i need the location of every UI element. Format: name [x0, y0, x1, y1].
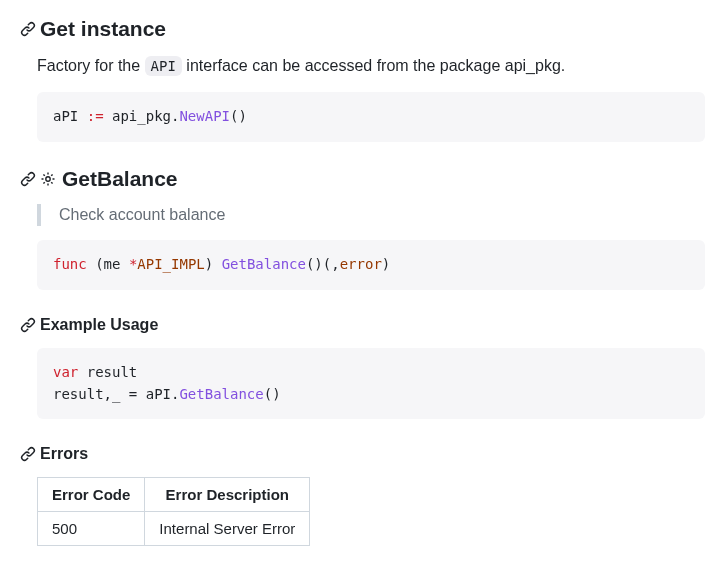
code-get-instance: aPI := api_pkg.NewAPI() [37, 92, 705, 142]
code-token-op: := [87, 108, 104, 124]
code-token-call: GetBalance [179, 386, 263, 402]
heading-text: Errors [40, 445, 88, 463]
code-token: ( [95, 256, 103, 272]
td-error-desc: Internal Server Error [145, 512, 310, 546]
code-token: ) [205, 256, 213, 272]
table-header-row: Error Code Error Description [38, 478, 310, 512]
code-token: () [230, 108, 247, 124]
section-example-heading: Example Usage [20, 316, 705, 334]
code-token: aPI [53, 108, 87, 124]
inline-code-api: API [145, 56, 182, 76]
code-token: () [264, 386, 281, 402]
link-icon [20, 21, 36, 37]
gear-icon [40, 171, 56, 187]
getbalance-quote: Check account balance [37, 204, 705, 226]
code-token: me [104, 256, 129, 272]
code-token-kw: func [53, 256, 87, 272]
code-example: var result result,_ = aPI.GetBalance() [37, 348, 705, 419]
th-error-code: Error Code [38, 478, 145, 512]
section-get-instance-heading: Get instance [20, 16, 705, 42]
link-icon [20, 171, 36, 187]
desc-post: interface can be accessed from the packa… [182, 57, 565, 74]
section-getbalance-heading: GetBalance [20, 166, 705, 192]
errors-table: Error Code Error Description 500 Interna… [37, 477, 310, 546]
code-token-call: GetBalance [222, 256, 306, 272]
heading-text: Get instance [40, 16, 166, 42]
get-instance-desc: Factory for the API interface can be acc… [37, 54, 705, 78]
heading-text: Example Usage [40, 316, 158, 334]
svg-point-0 [46, 177, 50, 181]
code-token [87, 256, 95, 272]
code-token: ) [382, 256, 390, 272]
td-error-code: 500 [38, 512, 145, 546]
link-icon [20, 446, 36, 462]
code-token: , [331, 256, 339, 272]
code-token-type: error [340, 256, 382, 272]
link-icon [20, 317, 36, 333]
quote-text: Check account balance [59, 206, 225, 223]
desc-pre: Factory for the [37, 57, 145, 74]
code-token-kw: var [53, 364, 78, 380]
code-token-call: NewAPI [179, 108, 230, 124]
code-token-type: API_IMPL [137, 256, 204, 272]
code-token: result,_ = aPI. [53, 386, 179, 402]
table-row: 500 Internal Server Error [38, 512, 310, 546]
code-getbalance-sig: func (me *API_IMPL) GetBalance()(,error) [37, 240, 705, 290]
code-token: ()( [306, 256, 331, 272]
code-token: api_pkg. [104, 108, 180, 124]
section-errors-heading: Errors [20, 445, 705, 463]
th-error-desc: Error Description [145, 478, 310, 512]
heading-text: GetBalance [62, 166, 178, 192]
code-token: result [78, 364, 145, 380]
code-token [213, 256, 221, 272]
